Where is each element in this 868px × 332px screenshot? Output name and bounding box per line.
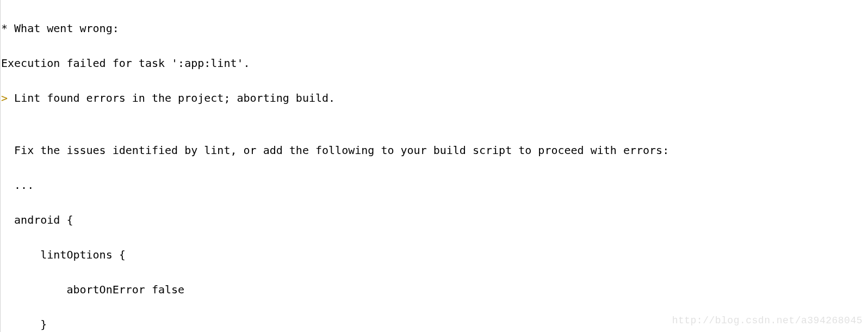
log-line: ... <box>1 176 868 194</box>
caret-icon: > <box>1 91 8 104</box>
log-line: Execution failed for task ':app:lint'. <box>1 54 868 72</box>
log-line: Fix the issues identified by lint, or ad… <box>1 142 868 159</box>
console-output: * What went wrong: Execution failed for … <box>0 0 868 332</box>
log-line: abortOnError false <box>1 281 868 298</box>
left-border <box>0 0 1 332</box>
log-line: * What went wrong: <box>1 20 868 37</box>
log-text: Lint found errors in the project; aborti… <box>8 91 335 104</box>
watermark: http://blog.csdn.net/a394268045 <box>672 313 863 329</box>
log-line: > Lint found errors in the project; abor… <box>1 89 868 107</box>
log-line: android { <box>1 211 868 229</box>
log-line: lintOptions { <box>1 246 868 263</box>
